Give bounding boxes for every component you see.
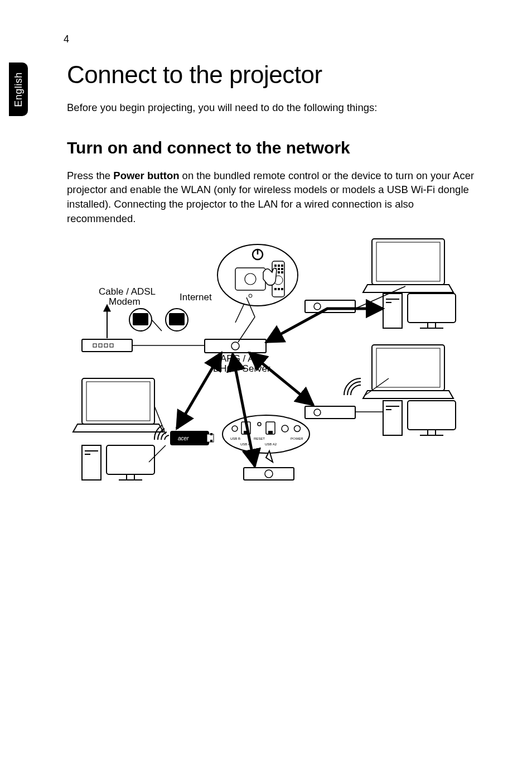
svg-line-44 (152, 320, 162, 331)
svg-rect-21 (278, 268, 280, 270)
desktop-top-right-icon (383, 294, 456, 328)
switch-top-icon (305, 300, 355, 313)
page-title: Connect to the projector (67, 61, 476, 89)
svg-rect-35 (82, 339, 132, 352)
body-bold: Power button (113, 170, 179, 181)
svg-rect-27 (274, 288, 277, 290)
port-power: POWER (291, 437, 303, 440)
port-usb-a2: USB A2 (265, 443, 277, 446)
svg-line-84 (154, 406, 166, 434)
svg-rect-8 (305, 300, 355, 313)
desktop-bottom-left-icon (82, 445, 154, 480)
svg-rect-19 (281, 265, 283, 267)
svg-rect-29 (281, 288, 283, 290)
switch-mid-icon (305, 406, 355, 419)
label-internet: Internet (180, 292, 212, 302)
switch-bottom-icon (244, 468, 294, 480)
label-cable: Cable / ADSL (99, 286, 156, 297)
svg-rect-6 (428, 323, 436, 328)
label-dhcp: DHCP Server (213, 363, 270, 374)
laptop-mid-right-icon (363, 345, 453, 398)
svg-rect-77 (268, 431, 273, 434)
svg-rect-65 (127, 474, 134, 480)
svg-rect-46 (305, 406, 355, 419)
language-tab: English (9, 63, 28, 116)
diagram-svg: Cable / ADSL Modem Internet APG / AP DHC… (71, 233, 472, 501)
svg-rect-25 (281, 271, 283, 273)
svg-rect-41 (205, 339, 266, 353)
dongle-brand-label: acer (178, 435, 189, 441)
port-usb-b: USB B (230, 437, 240, 440)
svg-point-81 (265, 470, 273, 478)
svg-rect-5 (408, 294, 456, 323)
svg-rect-70 (210, 440, 212, 442)
svg-line-82 (177, 353, 221, 429)
svg-rect-1 (376, 242, 440, 281)
svg-point-47 (314, 409, 321, 416)
modem-icon (82, 339, 132, 352)
page-number: 4 (64, 33, 476, 45)
svg-rect-18 (278, 265, 280, 267)
svg-rect-60 (86, 382, 150, 421)
svg-rect-38 (104, 344, 108, 347)
svg-point-42 (231, 342, 239, 350)
svg-rect-22 (281, 268, 283, 270)
body-prefix: Press the (67, 170, 113, 181)
svg-rect-67 (170, 431, 209, 445)
svg-line-85 (149, 445, 166, 462)
network-diagram: Cable / ADSL Modem Internet APG / AP DHC… (67, 233, 476, 501)
svg-rect-64 (107, 445, 154, 474)
port-reset: RESET (254, 437, 265, 440)
svg-rect-0 (372, 239, 444, 285)
projector-remote-bubble (217, 244, 298, 323)
svg-rect-37 (99, 344, 102, 347)
svg-rect-48 (372, 345, 444, 391)
svg-line-58 (249, 353, 313, 405)
section-body: Press the Power button on the bundled re… (67, 169, 476, 225)
router-icon (205, 339, 266, 353)
internet-icon-2 (129, 309, 152, 331)
language-tab-label: English (13, 72, 25, 107)
desktop-mid-right-icon (383, 401, 456, 435)
svg-rect-17 (274, 265, 277, 267)
internet-icon (166, 309, 188, 331)
svg-line-57 (365, 378, 389, 395)
svg-rect-36 (93, 344, 96, 347)
intro-text: Before you begin projecting, you will ne… (67, 101, 476, 115)
svg-point-9 (314, 303, 321, 310)
label-modem: Modem (109, 296, 141, 307)
svg-rect-13 (235, 268, 265, 290)
wifi-icon (344, 378, 361, 395)
laptop-top-right-icon (363, 239, 453, 292)
svg-rect-54 (428, 430, 436, 435)
svg-line-30 (235, 304, 244, 323)
laptop-bottom-left-icon (73, 378, 163, 432)
section-heading: Turn on and connect to the network (67, 138, 476, 157)
svg-rect-34 (133, 313, 148, 325)
svg-rect-32 (169, 313, 185, 325)
svg-rect-28 (278, 288, 280, 290)
svg-rect-39 (110, 344, 113, 347)
svg-rect-69 (210, 433, 212, 435)
svg-rect-24 (278, 271, 280, 273)
port-bubble: USB B RESET POWER USB A1 USB A2 (223, 415, 309, 462)
svg-rect-53 (408, 401, 456, 430)
svg-rect-59 (82, 378, 154, 424)
svg-line-45 (355, 286, 405, 309)
svg-rect-49 (376, 348, 440, 387)
